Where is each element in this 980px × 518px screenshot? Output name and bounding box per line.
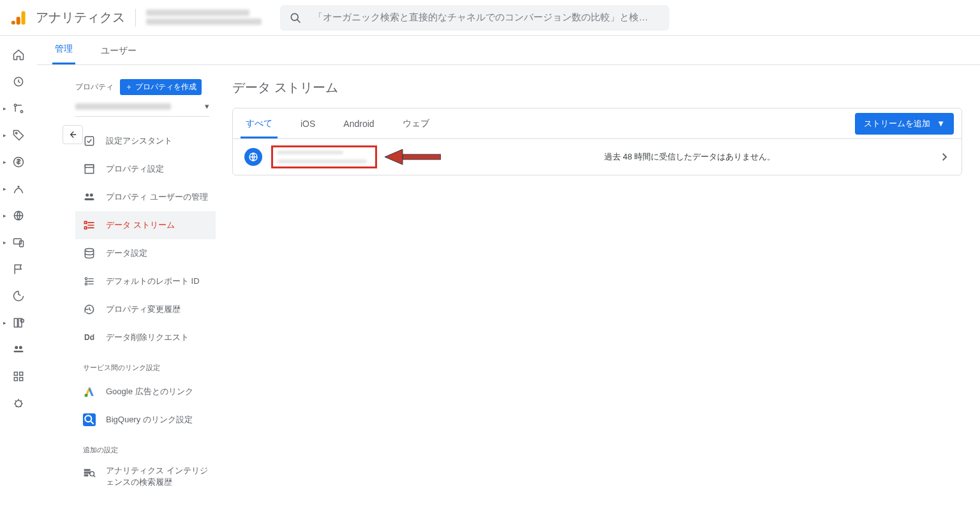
bigquery-icon [83,413,96,426]
page-body: データ ストリーム すべて iOS Android ウェブ ストリームを追加 ▼ [228,65,980,518]
section-additional-heading: 追加の設定 [83,445,228,455]
svg-point-17 [15,346,18,349]
sidebar-item-label: アナリティクス インテリジェンスの検索履歴 [106,465,208,488]
rail-configure-icon[interactable] [11,369,26,384]
rail-explore-icon[interactable]: ▸ [11,181,26,196]
page-title: データ ストリーム [232,79,962,96]
svg-rect-40 [85,475,88,476]
svg-point-16 [20,319,24,322]
svg-rect-26 [85,165,93,173]
stream-row[interactable]: 過去 48 時間に受信したデータはありません。 [233,139,961,175]
top-header: アナリティクス 「オーガニック検索と直接的なチャネルでのコンバージョン数の比較」… [0,0,980,36]
divider [135,9,136,27]
stream-tab-all[interactable]: すべて [241,108,278,138]
rail-tag-icon[interactable]: ▸ [11,128,26,143]
sidebar-property-settings[interactable]: プロパティ設定 [75,155,216,183]
stream-status: 過去 48 時間に受信したデータはありません。 [441,151,939,163]
add-stream-label: ストリームを追加 [864,118,930,130]
stream-tab-ios[interactable]: iOS [295,108,320,138]
sidebar-item-label: データ ストリーム [106,219,175,231]
ga-logo-icon [10,9,28,27]
tab-admin[interactable]: 管理 [52,43,75,64]
dd-icon: Dd [83,333,96,342]
sidebar-data-settings[interactable]: データ設定 [75,239,216,267]
svg-point-37 [85,415,91,422]
sidebar-data-streams[interactable]: データ ストリーム [75,211,216,239]
svg-rect-19 [14,351,24,353]
sidebar-item-label: プロパティ変更履歴 [106,304,181,315]
rail-debug-icon[interactable] [11,396,26,411]
sidebar-property-users[interactable]: プロパティ ユーザーの管理 [75,183,216,211]
svg-point-3 [291,13,298,20]
svg-point-10 [18,186,19,188]
sidebar-item-label: デフォルトのレポート ID [106,276,200,287]
svg-rect-22 [14,378,17,381]
create-property-button[interactable]: ＋ プロパティを作成 [120,79,202,95]
rail-geo-icon[interactable]: ▸ [11,208,26,223]
sidebar-item-label: Google 広告とのリンク [106,386,193,397]
rail-audience-icon[interactable] [11,342,26,357]
chevron-right-icon [939,151,950,163]
caret-down-icon: ▼ [937,119,945,128]
svg-rect-30 [85,198,94,200]
sidebar-item-label: プロパティ設定 [106,163,164,175]
account-selector[interactable] [146,7,267,29]
tab-user[interactable]: ユーザー [98,45,139,64]
svg-point-33 [85,249,93,252]
create-property-label: プロパティを作成 [135,82,197,93]
svg-rect-21 [20,372,23,375]
stream-name-highlight [271,145,377,168]
svg-marker-44 [385,149,403,165]
svg-rect-23 [20,378,23,381]
google-ads-icon [83,385,96,398]
rail-home-icon[interactable] [11,47,26,63]
sidebar-google-ads[interactable]: Google 広告とのリンク [75,378,216,406]
svg-point-36 [85,394,88,397]
svg-rect-39 [85,472,90,473]
sidebar-item-label: プロパティ ユーザーの管理 [106,191,208,203]
property-selector[interactable]: ▾ [75,99,209,117]
collapse-sidebar-button[interactable] [63,125,83,144]
svg-point-35 [85,283,87,285]
streams-card: すべて iOS Android ウェブ ストリームを追加 ▼ [232,108,962,175]
search-placeholder: 「オーガニック検索と直接的なチャネルでのコンバージョン数の比較」と検… [313,11,648,24]
rail-devices-icon[interactable]: ▸ [11,235,26,250]
rail-events-icon[interactable]: ▸ [11,101,26,116]
stream-tab-web[interactable]: ウェブ [397,108,434,138]
svg-line-4 [297,19,301,22]
svg-rect-1 [17,17,20,24]
sidebar-item-label: BigQuery のリンク設定 [106,414,193,426]
add-stream-button[interactable]: ストリームを追加 ▼ [855,113,954,135]
svg-point-18 [19,346,22,349]
sidebar-setup-assistant[interactable]: 設定アシスタント [75,127,216,155]
stream-tab-android[interactable]: Android [338,108,379,138]
search-icon [289,11,302,24]
sidebar-default-report-id[interactable]: デフォルトのレポート ID [75,267,216,295]
svg-point-29 [90,193,93,196]
rail-realtime-icon[interactable] [11,74,26,89]
callout-arrow-icon [385,148,441,166]
svg-rect-14 [14,318,17,327]
svg-point-2 [11,20,15,24]
rail-retention-icon[interactable] [11,288,26,304]
rail-monetization-icon[interactable]: ▸ [11,154,26,170]
svg-point-41 [90,471,94,476]
rail-flag-icon[interactable] [11,262,26,277]
svg-point-6 [14,104,16,106]
svg-rect-32 [85,227,87,229]
rail-library-icon[interactable]: ▸ [11,315,26,330]
sidebar-item-label: データ設定 [106,248,147,259]
svg-rect-43 [403,154,441,159]
arrow-left-icon [68,130,78,140]
sidebar-change-history[interactable]: プロパティ変更履歴 [75,295,216,323]
section-links-heading: サービス間のリンク設定 [83,363,228,373]
svg-point-28 [85,193,89,196]
sidebar-bigquery[interactable]: BigQuery のリンク設定 [75,406,216,434]
globe-icon [244,148,262,166]
app-title: アナリティクス [36,9,125,26]
sidebar-item-label: データ削除リクエスト [106,332,189,343]
search-box[interactable]: 「オーガニック検索と直接的なチャネルでのコンバージョン数の比較」と検… [280,5,669,31]
svg-point-34 [85,278,87,279]
sidebar-delete-requests[interactable]: Dd データ削除リクエスト [75,323,216,352]
sidebar-intelligence[interactable]: アナリティクス インテリジェンスの検索履歴 [75,460,216,493]
